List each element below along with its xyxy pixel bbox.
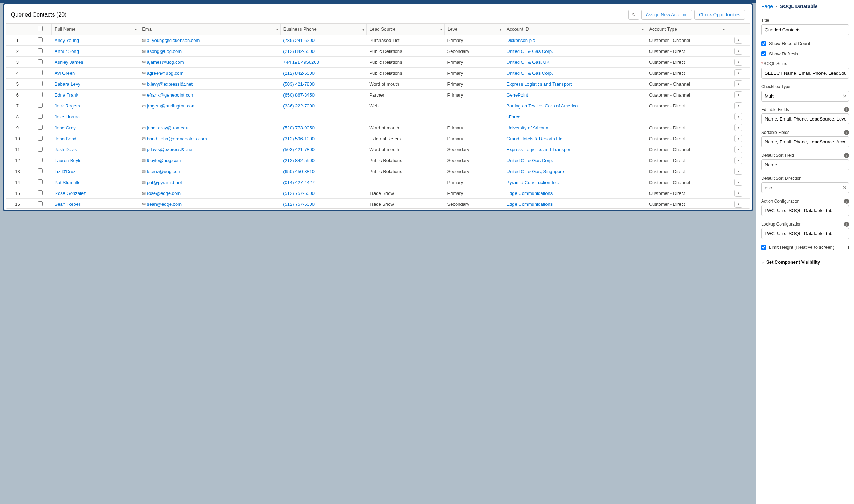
account-link[interactable]: United Oil & Gas, Singapore [506, 169, 564, 174]
row-actions-button[interactable]: ▾ [734, 135, 742, 142]
row-checkbox[interactable] [38, 190, 43, 195]
row-actions-button[interactable]: ▾ [734, 146, 742, 153]
select-all-checkbox[interactable] [38, 26, 43, 31]
clear-icon[interactable]: × [843, 93, 846, 99]
contact-link[interactable]: Josh Davis [55, 147, 77, 152]
input-soql[interactable] [761, 68, 849, 79]
contact-link[interactable]: Sean Forbes [55, 202, 81, 207]
row-checkbox[interactable] [38, 70, 43, 75]
account-link[interactable]: Edge Communications [506, 202, 553, 207]
row-actions-button[interactable]: ▾ [734, 91, 742, 98]
input-sortable[interactable] [761, 136, 849, 147]
row-actions-button[interactable]: ▾ [734, 157, 742, 164]
row-checkbox[interactable] [38, 59, 43, 64]
info-icon[interactable]: i [844, 199, 849, 204]
col-email[interactable]: Email▾ [139, 24, 281, 35]
chevron-down-icon[interactable]: ▾ [276, 27, 278, 31]
row-actions-button[interactable]: ▾ [734, 201, 742, 208]
col-phone[interactable]: Business Phone▾ [280, 24, 366, 35]
row-actions-button[interactable]: ▾ [734, 59, 742, 66]
row-actions-button[interactable]: ▾ [734, 102, 742, 109]
row-checkbox[interactable] [38, 136, 43, 141]
contact-link[interactable]: John Bond [55, 136, 77, 141]
account-link[interactable]: Express Logistics and Transport [506, 81, 572, 87]
table-scroll[interactable]: Full Name↑▾ Email▾ Business Phone▾ Lead … [6, 24, 750, 208]
input-default-sort-field[interactable] [761, 159, 849, 170]
col-accountid[interactable]: Account ID▾ [504, 24, 646, 35]
chevron-down-icon[interactable]: ▾ [440, 27, 442, 31]
account-link[interactable]: United Oil & Gas Corp. [506, 49, 553, 54]
row-actions-button[interactable]: ▾ [734, 113, 742, 120]
input-editable[interactable] [761, 113, 849, 124]
row-checkbox[interactable] [38, 114, 43, 119]
phone-link[interactable]: (785) 241-6200 [283, 38, 315, 43]
row-checkbox[interactable] [38, 147, 43, 152]
contact-link[interactable]: Ashley James [55, 60, 83, 65]
row-checkbox[interactable] [38, 158, 43, 162]
email-link[interactable]: ajames@uog.com [147, 60, 184, 65]
phone-link[interactable]: (336) 222-7000 [283, 103, 315, 109]
contact-link[interactable]: Arthur Song [55, 49, 79, 54]
row-actions-button[interactable]: ▾ [734, 168, 742, 175]
breadcrumb-page-link[interactable]: Page [761, 4, 773, 9]
assign-new-account-button[interactable]: Assign New Account [641, 10, 693, 20]
phone-link[interactable]: (014) 427-4427 [283, 180, 315, 185]
chevron-down-icon[interactable]: ▾ [135, 27, 137, 31]
input-default-sort-dir[interactable] [761, 182, 849, 193]
row-actions-button[interactable]: ▾ [734, 124, 742, 131]
clear-icon[interactable]: × [843, 185, 846, 191]
email-link[interactable]: efrank@genepoint.com [147, 92, 195, 98]
contact-link[interactable]: Babara Levy [55, 81, 80, 87]
account-link[interactable]: University of Arizona [506, 125, 548, 130]
account-link[interactable]: United Oil & Gas Corp. [506, 158, 553, 163]
email-link[interactable]: bond_john@grandhotels.com [147, 136, 207, 141]
row-actions-button[interactable]: ▾ [734, 48, 742, 55]
row-actions-button[interactable]: ▾ [734, 190, 742, 197]
info-icon[interactable]: i [844, 107, 849, 112]
info-icon[interactable]: i [848, 245, 849, 250]
email-link[interactable]: a_young@dickenson.com [147, 38, 200, 43]
account-link[interactable]: Pyramid Construction Inc. [506, 180, 559, 185]
phone-link[interactable]: (512) 757-6000 [283, 202, 315, 207]
visibility-toggle[interactable]: ⌄ Set Component Visibility [761, 259, 849, 265]
phone-link[interactable]: +44 191 4956203 [283, 60, 319, 65]
email-link[interactable]: lboyle@uog.com [147, 158, 181, 163]
contact-link[interactable]: Lauren Boyle [55, 158, 82, 163]
row-checkbox[interactable] [38, 48, 43, 53]
email-link[interactable]: ldcruz@uog.com [147, 169, 182, 174]
col-fullname[interactable]: Full Name↑▾ [52, 24, 139, 35]
account-link[interactable]: sForce [506, 114, 520, 119]
phone-link[interactable]: (503) 421-7800 [283, 81, 315, 87]
account-link[interactable]: GenePoint [506, 92, 528, 98]
phone-link[interactable]: (650) 867-3450 [283, 92, 315, 98]
info-icon[interactable]: i [844, 153, 849, 158]
account-link[interactable]: Burlington Textiles Corp of America [506, 103, 578, 109]
email-link[interactable]: j.davis@expressl&t.net [147, 147, 194, 152]
row-actions-button[interactable]: ▾ [734, 37, 742, 44]
email-link[interactable]: jrogers@burlington.com [147, 103, 196, 109]
contact-link[interactable]: Rose Gonzalez [55, 191, 86, 196]
input-action-config[interactable] [761, 205, 849, 216]
account-link[interactable]: Express Logistics and Transport [506, 147, 572, 152]
check-opportunities-button[interactable]: Check Opportunities [694, 10, 745, 20]
input-title[interactable] [761, 24, 849, 35]
row-checkbox[interactable] [38, 37, 43, 42]
contact-link[interactable]: Avi Green [55, 70, 75, 76]
chevron-down-icon[interactable]: ▾ [500, 27, 501, 31]
contact-link[interactable]: Jane Grey [55, 125, 76, 130]
checkbox-limit-height[interactable] [761, 245, 766, 250]
refresh-button[interactable]: ↻ [628, 10, 639, 20]
contact-link[interactable]: Pat Stumuller [55, 180, 82, 185]
contact-link[interactable]: Andy Young [55, 38, 79, 43]
account-link[interactable]: Edge Communications [506, 191, 553, 196]
col-accounttype[interactable]: Account Type▾ [646, 24, 727, 35]
input-lookup-config[interactable] [761, 228, 849, 239]
contact-link[interactable]: Jake Llorrac [55, 114, 80, 119]
email-link[interactable]: pat@pyramid.net [147, 180, 182, 185]
checkbox-show-refresh[interactable] [761, 51, 766, 56]
chevron-down-icon[interactable]: ▾ [723, 27, 725, 31]
phone-link[interactable]: (650) 450-8810 [283, 169, 315, 174]
email-link[interactable]: sean@edge.com [147, 202, 182, 207]
row-checkbox[interactable] [38, 92, 43, 97]
row-checkbox[interactable] [38, 125, 43, 130]
